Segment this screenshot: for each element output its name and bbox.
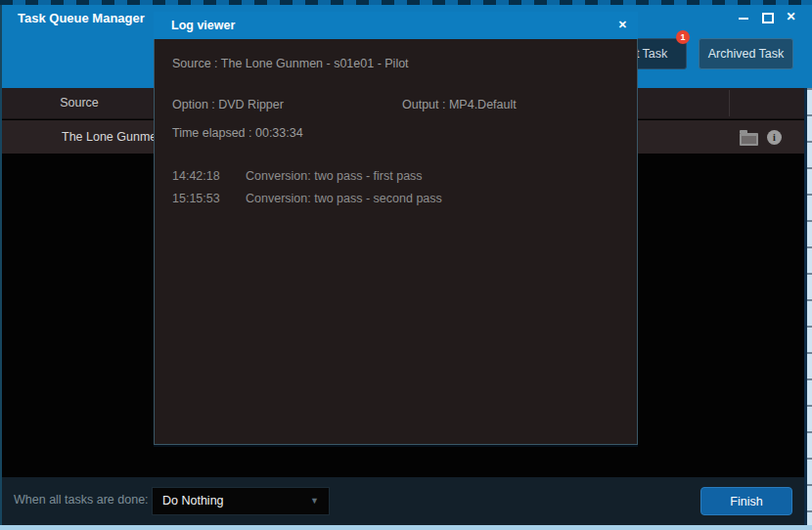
window-border-left <box>0 5 2 525</box>
log-entry: 14:42:18Conversion: two pass - first pas… <box>172 169 423 183</box>
chevron-down-icon: ▼ <box>310 488 319 514</box>
tasks-done-dropdown[interactable]: Do Nothing ▼ <box>152 487 330 515</box>
log-option-line: Option : DVD Ripper <box>172 98 284 111</box>
dropdown-selected-value: Do Nothing <box>162 488 224 514</box>
log-viewer-dialog: Log viewer ✕ Source : The Lone Gunmen - … <box>154 12 638 445</box>
modal-close-button[interactable]: ✕ <box>618 19 627 31</box>
finish-button[interactable]: Finish <box>700 487 792 515</box>
log-viewer-header[interactable]: Log viewer ✕ <box>154 12 638 39</box>
close-button[interactable]: ✕ <box>786 12 796 22</box>
log-time-elapsed-line: Time elapsed : 00:33:34 <box>172 126 303 140</box>
current-task-count-badge: 1 <box>676 30 690 44</box>
log-entry: 15:15:53Conversion: two pass - second pa… <box>172 192 442 205</box>
log-output-line: Output : MP4.Default <box>402 98 517 111</box>
log-entry-time: 15:15:53 <box>172 192 231 205</box>
side-ruler-strip <box>807 88 812 525</box>
window-border-bottom <box>0 525 812 530</box>
column-header-source[interactable]: Source <box>0 88 158 118</box>
tab-archived-task[interactable]: Archived Task <box>699 38 793 69</box>
log-entry-time: 14:42:18 <box>172 169 231 183</box>
tasks-done-label: When all tasks are done: <box>14 493 149 507</box>
archived-task-label: Archived Task <box>708 47 785 61</box>
minimize-button[interactable] <box>739 12 749 22</box>
maximize-button[interactable] <box>762 12 773 22</box>
info-icon[interactable]: i <box>767 130 782 145</box>
log-entry-message: Conversion: two pass - first pass <box>246 169 423 183</box>
log-viewer-title: Log viewer <box>171 19 235 32</box>
footer-bar: When all tasks are done: Do Nothing ▼ Fi… <box>0 477 812 525</box>
app-title: Task Queue Manager <box>18 11 145 25</box>
log-viewer-body: Source : The Lone Gunmen - s01e01 - Pilo… <box>154 39 638 445</box>
window-controls: ✕ <box>739 9 796 24</box>
column-divider <box>729 90 730 116</box>
log-entry-message: Conversion: two pass - second pass <box>246 192 442 205</box>
log-source-line: Source : The Lone Gunmen - s01e01 - Pilo… <box>172 57 409 70</box>
open-folder-icon[interactable] <box>740 133 758 146</box>
